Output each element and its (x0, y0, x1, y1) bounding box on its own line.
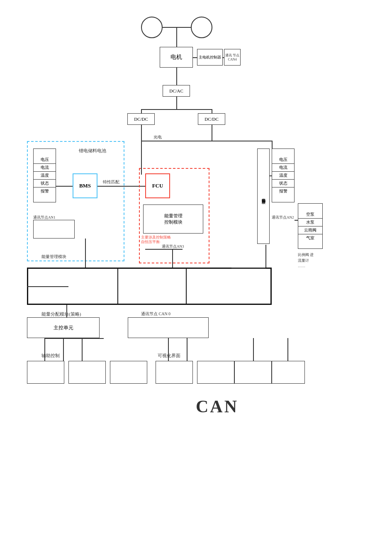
diagram-container: 电机 主电机控制器 通讯 节点 CAN4 DC/AC DC/DC DC/DC 光… (0, 0, 392, 555)
bms-box: BMS (73, 173, 97, 198)
flow-meter-label: 流量计 (298, 258, 309, 263)
visual-label: 可视化界面 (158, 353, 180, 359)
battery-rows: 电压 电流 温度 状态 报警 (34, 156, 56, 195)
wind-circle-left (141, 17, 163, 38)
can-label: CAN (170, 390, 264, 423)
bottom-box-6 (234, 361, 272, 384)
bottom-box-5 (197, 361, 234, 384)
left-dcdc-up-line (141, 109, 142, 113)
dcdc-left-box: DC/DC (127, 113, 155, 125)
main-motor-ctrl-label: 主电机控制器 (199, 55, 221, 60)
can0-to-b6 (253, 338, 254, 361)
wind-circle-right (191, 17, 212, 38)
motor-label: 电机 (170, 54, 182, 61)
dcdc-right-box: DC/DC (198, 113, 225, 125)
bottom-box-4 (156, 361, 193, 384)
battery-row-state: 状态 (34, 180, 56, 187)
motor-box: 电机 (160, 47, 193, 68)
bms-down-to-dist (85, 240, 86, 268)
comm-an2-label: 通讯节点AN2 (272, 215, 294, 220)
ctrl-can4-line (223, 57, 224, 58)
right-rows-to-aux-line (295, 220, 298, 221)
comm-an1-box (33, 220, 75, 239)
can0-to-b7 (287, 338, 288, 361)
right-dcdc-up-line (212, 109, 212, 113)
bottom-box-1 (27, 361, 64, 384)
battery-row-current: 电流 (34, 164, 56, 172)
dcdc-left-label: DC/DC (134, 117, 148, 122)
battery-label: 锂电储料电池 (79, 148, 106, 154)
dist-to-main-line (66, 305, 67, 317)
right-rows: 电压 电流 温度 状态 报警 (272, 156, 294, 195)
battery-row-temp: 温度 (34, 172, 56, 180)
main-motor-ctrl-box: 主电机控制器 (197, 49, 223, 66)
can4-box: 通讯 节点 CAN4 (224, 49, 241, 66)
bms-left-line (56, 186, 73, 187)
auto-balance-note: 自恒压平衡· (141, 239, 161, 245)
dcdc-right-label: DC/DC (205, 117, 219, 122)
right-row-state: 状态 (272, 180, 294, 187)
bottom-box-3 (110, 361, 147, 384)
fc-right-rows-line (270, 175, 272, 176)
right-row-temp: 温度 (272, 172, 294, 180)
fc-dist-line (231, 268, 265, 268)
aux-air-pump: 空泵 (298, 211, 322, 219)
dcac-box: DC/AC (163, 85, 190, 97)
fc-module-box: 燃电 控制 模块 (257, 148, 270, 244)
dcac-label: DC/AC (169, 88, 183, 93)
aux-air-chamber: 气室 (298, 234, 322, 242)
can0-to-b4 (168, 338, 169, 361)
dist-left-line (27, 286, 68, 287)
right-connect-h (212, 141, 272, 141)
wind-to-motor-line (176, 27, 177, 47)
main-control-box: 主控单元 (27, 317, 100, 338)
aux-cloud-valve: 云雨阀 (298, 226, 322, 234)
dist-divider2 (186, 269, 187, 304)
bms-label: BMS (79, 183, 91, 189)
main-to-b3 (82, 338, 83, 361)
right-row-current: 电流 (272, 164, 294, 172)
aux-water-pump: 水泵 (298, 219, 322, 226)
fcu-to-dist (172, 249, 173, 268)
fc-module-label: 燃电 控制 模块 (261, 195, 266, 197)
energy-mgmt-ctrl-label: 能量管理控制模块 (164, 213, 183, 225)
ratio-valve-label: 比例阀 进 (298, 252, 314, 258)
main-control-label: 主控单元 (54, 324, 73, 331)
main-to-b2 (63, 338, 64, 361)
dcac-split-line (141, 109, 212, 110)
more-label: …… (298, 264, 305, 268)
energy-dist-label: 能量分配模块(策略) (41, 311, 81, 317)
battery-row-alarm: 报警 (34, 187, 56, 195)
dcac-down-line (176, 97, 177, 109)
right-row-voltage: 电压 (272, 156, 294, 164)
comm-can0-box (128, 317, 209, 338)
battery-row-voltage: 电压 (34, 156, 56, 164)
fc-down-line (265, 245, 266, 268)
bms-fcu-line (97, 186, 145, 187)
comm-an3-label: 通讯节点AN3 (162, 244, 184, 249)
right-aux-box: 空泵 水泵 云雨阀 气室 (298, 203, 323, 249)
right-dcdc-down (212, 125, 212, 141)
right-row-alarm: 报警 (272, 187, 294, 195)
battery-rows-box: 电压 电流 温度 状态 报警 (33, 148, 56, 202)
pv-label: 光电 (153, 134, 162, 140)
right-rows-box: 电压 电流 温度 状态 报警 (272, 148, 295, 202)
left-dcdc-to-battery (141, 125, 142, 175)
can0-to-b5 (187, 338, 187, 361)
can4-label: 通讯 节点 CAN4 (224, 53, 240, 61)
right-connect-v (272, 141, 273, 148)
motor-ctrl-line (193, 57, 197, 58)
comm-node-label: 通讯节点 CAN 0 (141, 311, 170, 317)
energy-mgmt-ctrl-box: 能量管理控制模块 (143, 204, 203, 234)
bottom-box-7 (272, 361, 305, 384)
feature-dist-label: 特性匹配 (103, 179, 119, 185)
dcac-up-line (176, 68, 177, 85)
energy-mgmt-module-label: 能量管理模块 (41, 254, 66, 260)
dist-divider1 (117, 269, 118, 304)
aux-h-line (44, 338, 104, 339)
main-to-b1 (44, 338, 45, 361)
bottom-box-2 (68, 361, 106, 384)
